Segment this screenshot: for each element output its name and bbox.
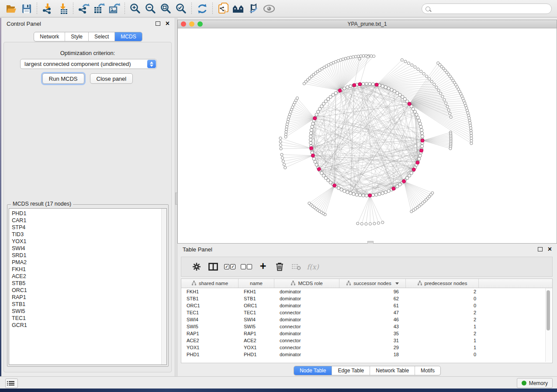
close-panel-button[interactable]: Close panel [90, 73, 133, 84]
table-cell[interactable]: STB1 [181, 296, 239, 301]
table-cell[interactable]: ORC1 [181, 303, 239, 308]
table-cell[interactable]: connector [274, 310, 339, 315]
result-node[interactable]: TEC1 [12, 315, 166, 322]
export-image-icon[interactable] [107, 2, 122, 16]
export-table-icon[interactable] [91, 2, 107, 16]
result-node[interactable]: STP4 [12, 224, 166, 231]
table-cell[interactable]: ACE2 [239, 338, 274, 343]
table-row[interactable]: RAP1RAP1dominator352 [181, 330, 552, 337]
table-row[interactable]: YOX1YOX1connector291 [181, 344, 552, 351]
tab-select[interactable]: Select [89, 32, 115, 41]
table-cell[interactable]: connector [274, 324, 339, 329]
table-cell[interactable]: dominator [274, 352, 339, 357]
result-node[interactable]: SRD1 [12, 252, 166, 259]
table-cell[interactable]: SWI4 [181, 317, 239, 322]
table-cell[interactable]: 61 [339, 303, 406, 308]
table-cell[interactable]: dominator [274, 303, 339, 308]
table-cell[interactable]: PHD1 [181, 352, 239, 357]
search-field[interactable] [422, 3, 552, 14]
table-row[interactable]: SWI4SWI4dominator462 [181, 316, 552, 323]
result-node[interactable]: RAP1 [12, 294, 166, 301]
table-cell[interactable]: FKH1 [181, 289, 239, 294]
hide-selected-icon[interactable] [246, 2, 261, 16]
table-cell[interactable]: 62 [339, 296, 406, 301]
save-session-icon[interactable] [19, 2, 34, 16]
result-node[interactable]: SWI5 [12, 308, 166, 315]
table-cell[interactable]: SWI5 [181, 324, 239, 329]
table-cell[interactable]: YOX1 [181, 345, 239, 350]
table-cell[interactable]: STB1 [239, 296, 274, 301]
tab-node-table[interactable]: Node Table [294, 366, 332, 375]
tab-motifs[interactable]: Motifs [415, 366, 440, 375]
table-cell[interactable]: YOX1 [239, 345, 274, 350]
table-row[interactable]: ORC1ORC1dominator610 [181, 302, 552, 309]
table-cell[interactable]: 1 [406, 345, 479, 350]
select-all-icon[interactable]: ✓✓ [221, 259, 238, 275]
table-cell[interactable]: PHD1 [239, 352, 274, 357]
import-network-icon[interactable] [40, 2, 55, 16]
table-cell[interactable]: connector [274, 345, 339, 350]
table-row[interactable]: TEC1TEC1connector472 [181, 309, 552, 316]
table-cell[interactable]: 43 [339, 324, 406, 329]
column-header-predecessor-nodes[interactable]: predecessor nodes [406, 279, 479, 288]
gear-icon[interactable] [188, 259, 205, 275]
float-panel-icon[interactable] [156, 21, 160, 26]
zoom-selected-icon[interactable] [173, 2, 189, 16]
table-cell[interactable]: dominator [274, 317, 339, 322]
export-network-icon[interactable] [76, 2, 91, 16]
table-cell[interactable]: dominator [274, 289, 339, 294]
table-cell[interactable]: ACE2 [181, 338, 239, 343]
deselect-all-icon[interactable] [238, 259, 255, 275]
table-cell[interactable]: 1 [406, 338, 479, 343]
columns-icon[interactable] [205, 259, 221, 275]
table-cell[interactable]: 29 [339, 345, 406, 350]
memory-button[interactable]: Memory [517, 378, 553, 388]
column-header-successor-nodes[interactable]: successor nodes [339, 279, 406, 288]
table-cell[interactable]: TEC1 [239, 310, 274, 315]
result-node[interactable]: ACE2 [12, 273, 166, 280]
network-canvas[interactable] [178, 28, 557, 243]
table-cell[interactable]: 96 [339, 289, 406, 294]
table-row[interactable]: FKH1FKH1dominator962 [181, 288, 552, 295]
delete-icon[interactable] [271, 259, 288, 275]
network-window-titlebar[interactable]: YPA_prune.txt_1 [178, 20, 557, 28]
table-cell[interactable]: ORC1 [239, 303, 274, 308]
add-column-icon[interactable]: + [255, 259, 271, 275]
table-scrollbar[interactable] [545, 288, 551, 362]
table-cell[interactable]: dominator [274, 331, 339, 336]
table-scrollbar-thumb[interactable] [547, 290, 550, 330]
import-table-icon[interactable] [55, 2, 70, 16]
close-table-panel-icon[interactable]: × [548, 246, 552, 253]
zoom-out-icon[interactable] [143, 2, 158, 16]
table-cell[interactable]: 18 [339, 352, 406, 357]
table-cell[interactable]: RAP1 [181, 331, 239, 336]
optimization-criterion-select[interactable]: largest connected component (undirected) [20, 59, 157, 69]
function-icon[interactable]: f(x) [304, 259, 321, 275]
table-cell[interactable]: 46 [339, 317, 406, 322]
column-header-name[interactable]: name [239, 279, 274, 288]
result-node[interactable]: GCR1 [12, 322, 166, 329]
result-scrollbar[interactable] [161, 209, 166, 364]
table-cell[interactable]: 2 [406, 310, 479, 315]
tab-style[interactable]: Style [65, 32, 89, 41]
table-cell[interactable]: 2 [406, 289, 479, 294]
run-mcds-button[interactable]: Run MCDS [42, 73, 84, 84]
result-node[interactable]: FKH1 [12, 266, 166, 273]
table-cell[interactable]: dominator [274, 296, 339, 301]
table-cell[interactable]: SWI4 [239, 317, 274, 322]
float-table-panel-icon[interactable] [538, 247, 543, 251]
table-cell[interactable]: 47 [339, 310, 406, 315]
table-cell[interactable]: 1 [406, 324, 479, 329]
ui-options-button[interactable] [5, 378, 18, 388]
column-header-MCDS-role[interactable]: MCDS role [274, 279, 339, 288]
tab-mcds[interactable]: MCDS [115, 32, 142, 41]
table-cell[interactable]: 0 [406, 296, 479, 301]
table-row[interactable]: STB1STB1dominator620 [181, 295, 552, 302]
show-all-icon[interactable] [261, 2, 277, 16]
result-node[interactable]: YOX1 [12, 238, 166, 245]
result-node[interactable]: PMA2 [12, 259, 166, 266]
result-node[interactable]: ORC1 [12, 287, 166, 294]
table-cell[interactable]: 2 [406, 331, 479, 336]
sort-indicator-icon[interactable] [395, 282, 399, 285]
column-header-shared-name[interactable]: shared name [181, 279, 239, 288]
